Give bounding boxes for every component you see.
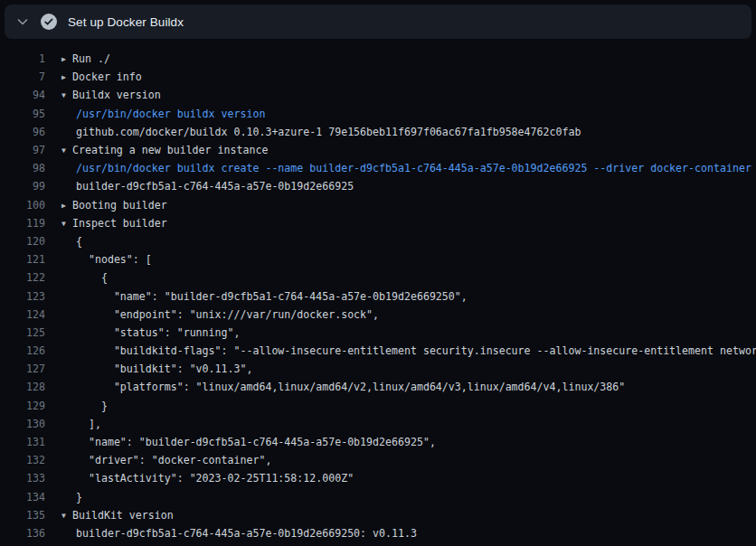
group-collapse-icon: ▼ <box>61 221 72 228</box>
line-text: Booting builder <box>72 199 167 212</box>
line-text: "status": "running", <box>76 326 240 339</box>
line-text: builder-d9cfb5a1-c764-445a-a57e-0b19d2e6… <box>76 180 354 193</box>
group-collapse-icon: ▼ <box>61 513 72 520</box>
group-expand-icon: ▶ <box>61 56 72 63</box>
group-expand-icon: ▶ <box>61 74 72 81</box>
line-number[interactable]: 119 <box>0 217 45 230</box>
line-number[interactable]: 100 <box>0 199 45 212</box>
group-collapse-icon: ▼ <box>61 92 72 99</box>
check-circle-icon <box>41 14 57 30</box>
line-number[interactable]: 98 <box>0 162 45 174</box>
log-line: 122 { <box>0 268 756 287</box>
line-number[interactable]: 97 <box>0 144 45 156</box>
line-text: /usr/bin/docker buildx version <box>76 108 265 120</box>
line-number[interactable]: 124 <box>0 308 45 321</box>
log-line: 120{ <box>0 232 756 250</box>
line-number[interactable]: 122 <box>0 271 45 284</box>
line-text: Docker info <box>72 71 142 83</box>
log-line: 133 "lastActivity": "2023-02-25T11:58:12… <box>0 469 756 487</box>
log-line: 132 "driver": "docker-container", <box>0 451 756 469</box>
log-line: 121 "nodes": [ <box>0 250 756 268</box>
chevron-down-icon <box>12 11 33 33</box>
log-line[interactable]: 1▶Run ./ <box>0 50 756 68</box>
line-text: "buildkitd-flags": "--allow-insecure-ent… <box>76 344 756 357</box>
log-line: 131 "name": "builder-d9cfb5a1-c764-445a-… <box>0 433 756 451</box>
log-line[interactable]: 94▼Buildx version <box>0 86 756 104</box>
log-line[interactable]: 97▼Creating a new builder instance <box>0 141 756 159</box>
group-expand-icon: ▶ <box>61 202 72 210</box>
line-text: Inspect builder <box>72 217 167 230</box>
line-number[interactable]: 1 <box>0 52 45 65</box>
log-line: 136builder-d9cfb5a1-c764-445a-a57e-0b19d… <box>0 524 756 542</box>
line-number[interactable]: 95 <box>0 108 45 120</box>
line-text: { <box>76 271 108 284</box>
log-line: 126 "buildkitd-flags": "--allow-insecure… <box>0 342 756 360</box>
line-text: "buildkit": "v0.11.3", <box>76 362 252 375</box>
line-number[interactable]: 132 <box>0 454 45 466</box>
log-line: 125 "status": "running", <box>0 324 756 342</box>
group-collapse-icon: ▼ <box>61 147 72 155</box>
line-text: { <box>76 235 82 248</box>
step-header[interactable]: Set up Docker Buildx <box>5 5 751 39</box>
line-number[interactable]: 121 <box>0 253 45 266</box>
log-line: 123 "name": "builder-d9cfb5a1-c764-445a-… <box>0 287 756 305</box>
log-line: 95/usr/bin/docker buildx version <box>0 105 756 123</box>
line-text: github.com/docker/buildx 0.10.3+azure-1 … <box>76 126 581 138</box>
line-text: Buildx version <box>72 89 161 101</box>
line-text: } <box>76 491 82 504</box>
line-number[interactable]: 7 <box>0 71 45 83</box>
line-number[interactable]: 131 <box>0 436 45 448</box>
log-line[interactable]: 7▶Docker info <box>0 68 756 86</box>
line-number[interactable]: 134 <box>0 491 45 504</box>
line-number[interactable]: 94 <box>0 89 45 101</box>
line-text: "endpoint": "unix:///var/run/docker.sock… <box>76 308 379 321</box>
line-number[interactable]: 130 <box>0 418 45 430</box>
log-line: 127 "buildkit": "v0.11.3", <box>0 360 756 378</box>
line-number[interactable]: 125 <box>0 326 45 339</box>
log-line: 128 "platforms": "linux/amd64,linux/amd6… <box>0 378 756 396</box>
log-line: 98/usr/bin/docker buildx create --name b… <box>0 159 756 177</box>
line-number[interactable]: 127 <box>0 362 45 375</box>
line-number[interactable]: 135 <box>0 509 45 522</box>
log-line: 129 } <box>0 397 756 415</box>
line-text: "name": "builder-d9cfb5a1-c764-445a-a57e… <box>76 290 468 303</box>
step-title: Set up Docker Buildx <box>68 15 184 29</box>
line-number[interactable]: 129 <box>0 400 45 412</box>
log-line: 96github.com/docker/buildx 0.10.3+azure-… <box>0 123 756 141</box>
log-line[interactable]: 119▼Inspect builder <box>0 214 756 232</box>
line-number[interactable]: 99 <box>0 180 45 193</box>
line-text: "nodes": [ <box>76 253 152 266</box>
line-number[interactable]: 123 <box>0 290 45 303</box>
line-text: "platforms": "linux/amd64,linux/amd64/v2… <box>76 381 625 393</box>
line-text: builder-d9cfb5a1-c764-445a-a57e-0b19d2e6… <box>76 527 417 540</box>
line-text: ], <box>76 418 101 430</box>
log-line: 124 "endpoint": "unix:///var/run/docker.… <box>0 306 756 324</box>
line-text: } <box>76 400 108 412</box>
log-line: 134} <box>0 488 756 506</box>
log-line: 99builder-d9cfb5a1-c764-445a-a57e-0b19d2… <box>0 177 756 195</box>
line-number[interactable]: 133 <box>0 472 45 485</box>
log-line: 130 ], <box>0 415 756 433</box>
log-area: 1▶Run ./7▶Docker info94▼Buildx version95… <box>0 39 756 546</box>
log-line[interactable]: 100▶Booting builder <box>0 196 756 214</box>
line-text: "lastActivity": "2023-02-25T11:58:12.000… <box>76 472 354 485</box>
line-number[interactable]: 96 <box>0 126 45 138</box>
log-line[interactable]: 135▼BuildKit version <box>0 506 756 524</box>
line-number[interactable]: 128 <box>0 381 45 393</box>
line-number[interactable]: 120 <box>0 235 45 248</box>
line-text: Creating a new builder instance <box>72 144 268 156</box>
line-text: BuildKit version <box>72 509 174 522</box>
line-number[interactable]: 136 <box>0 527 45 540</box>
line-number[interactable]: 126 <box>0 344 45 357</box>
line-text: "driver": "docker-container", <box>76 454 271 466</box>
line-text: "name": "builder-d9cfb5a1-c764-445a-a57e… <box>76 436 436 448</box>
line-text: /usr/bin/docker buildx create --name bui… <box>76 162 751 174</box>
line-text: Run ./ <box>72 52 110 65</box>
